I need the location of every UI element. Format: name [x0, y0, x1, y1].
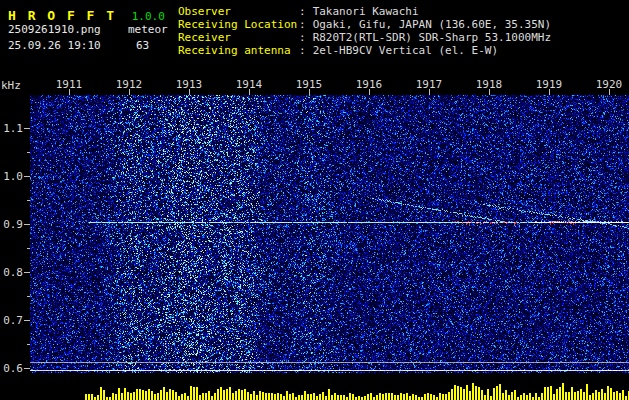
info-value: R820T2(RTL-SDR) SDR-Sharp 53.1000MHz — [313, 31, 551, 44]
freq-tick-label: 0.8 — [0, 266, 23, 279]
echo-count: 63 — [136, 39, 149, 52]
observation-mode: meteor — [128, 23, 168, 36]
freq-tick-label: 0.7 — [0, 314, 23, 327]
info-value: Ogaki, Gifu, JAPAN (136.60E, 35.35N) — [313, 18, 551, 31]
info-label: Receiving antenna — [178, 44, 299, 57]
info-label: Receiver — [178, 31, 299, 44]
freq-tick-label: 1.0 — [0, 170, 23, 183]
info-row-observer: Observer:Takanori Kawachi — [178, 5, 551, 18]
info-separator: : — [299, 44, 306, 57]
time-tick-label: 1916 — [355, 78, 383, 91]
freq-axis-unit: kHz — [1, 79, 21, 92]
info-row-receiver: Receiver:R820T2(RTL-SDR) SDR-Sharp 53.10… — [178, 31, 551, 44]
time-tick-label: 1913 — [175, 78, 203, 91]
station-info: Observer:Takanori Kawachi Receiving Loca… — [178, 5, 551, 57]
signal-level-bars-canvas — [0, 375, 629, 400]
time-tick-label: 1918 — [475, 78, 503, 91]
time-tick-label: 1919 — [535, 78, 563, 91]
info-label: Observer — [178, 5, 299, 18]
info-separator: : — [299, 5, 306, 18]
observation-datetime: 25.09.26 19:10 — [8, 39, 101, 52]
time-tick-label: 1915 — [295, 78, 323, 91]
output-filename: 2509261910.png — [8, 23, 101, 36]
time-tick-label: 1911 — [55, 78, 83, 91]
info-row-location: Receiving Location:Ogaki, Gifu, JAPAN (1… — [178, 18, 551, 31]
freq-tick-label: 0.6 — [0, 362, 23, 375]
freq-tick-label: 1.1 — [0, 122, 23, 135]
info-separator: : — [299, 31, 306, 44]
time-tick-label: 1920 — [595, 78, 623, 91]
info-value: Takanori Kawachi — [313, 5, 419, 18]
app-title: H R O F F T — [8, 8, 116, 23]
time-tick-label: 1912 — [115, 78, 143, 91]
hrofft-screen: H R O F F T 1.0.0 2509261910.png meteor … — [0, 0, 629, 400]
info-row-antenna: Receiving antenna:2el-HB9CV Vertical (el… — [178, 44, 551, 57]
info-value: 2el-HB9CV Vertical (el. E-W) — [313, 44, 498, 57]
info-separator: : — [299, 18, 306, 31]
info-label: Receiving Location — [178, 18, 299, 31]
freq-tick-label: 0.9 — [0, 218, 23, 231]
time-tick-label: 1914 — [235, 78, 263, 91]
time-tick-label: 1917 — [415, 78, 443, 91]
app-version: 1.0.0 — [132, 10, 165, 23]
spectrogram-canvas — [30, 95, 629, 373]
brand: H R O F F T 1.0.0 — [8, 5, 165, 24]
